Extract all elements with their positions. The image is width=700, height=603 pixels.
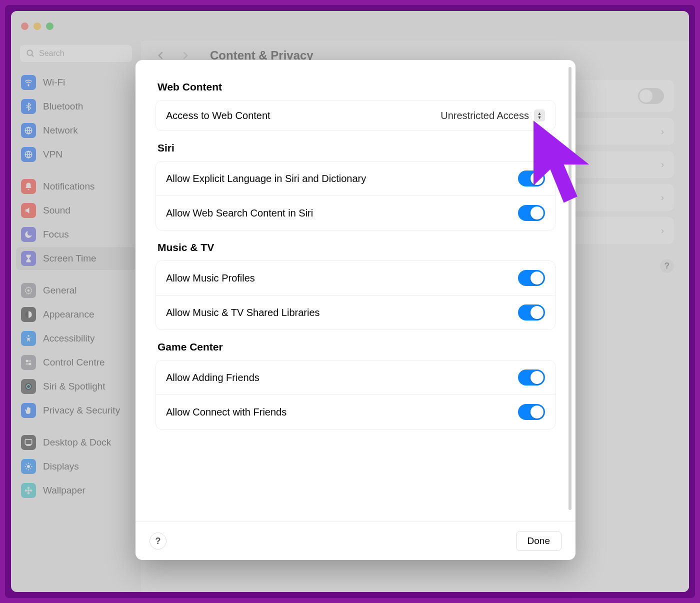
chevron-right-icon: › (661, 126, 664, 137)
chevron-right-icon: › (661, 159, 664, 170)
svg-line-22 (30, 468, 32, 470)
sidebar-item-label: Sound (43, 205, 70, 216)
done-button[interactable]: Done (516, 531, 562, 551)
appearance-icon (21, 307, 36, 322)
settings-row: Allow Web Search Content in Siri (156, 196, 555, 230)
chevron-right-icon: › (661, 192, 664, 203)
speaker-icon (21, 203, 36, 218)
sidebar-item-label: Siri & Spotlight (43, 381, 106, 392)
svg-point-28 (25, 490, 28, 492)
chevron-right-icon: › (661, 225, 664, 236)
sidebar-item-label: Displays (43, 461, 79, 472)
sidebar-item-siri-spotlight[interactable]: Siri & Spotlight (16, 375, 136, 398)
switches-icon (21, 355, 36, 370)
sidebar-item-general[interactable]: General (16, 279, 136, 302)
sidebar: Search Wi-FiBluetoothNetworkVPNNotificat… (11, 41, 141, 592)
svg-line-23 (30, 464, 32, 465)
sidebar-item-privacy-security[interactable]: Privacy & Security (16, 399, 136, 422)
toggle-switch[interactable] (518, 205, 545, 221)
bluetooth-icon (21, 99, 36, 114)
svg-point-26 (28, 487, 30, 490)
svg-line-21 (26, 464, 27, 465)
sidebar-item-label: Privacy & Security (43, 405, 120, 416)
accessibility-icon (21, 331, 36, 346)
sidebar-item-wi-fi[interactable]: Wi-Fi (16, 71, 136, 94)
svg-point-27 (28, 492, 30, 494)
sidebar-item-label: Screen Time (43, 253, 96, 264)
sidebar-item-label: Wi-Fi (43, 77, 65, 88)
svg-point-11 (30, 364, 31, 365)
section-title: Game Center (158, 341, 556, 353)
sidebar-item-focus[interactable]: Focus (16, 223, 136, 246)
content-privacy-sheet: Web ContentAccess to Web ContentUnrestri… (136, 60, 576, 560)
sidebar-item-displays[interactable]: Displays (16, 455, 136, 478)
row-label: Allow Music Profiles (166, 272, 255, 284)
toggle-off-icon[interactable] (638, 88, 664, 104)
toggle-switch[interactable] (518, 370, 545, 386)
sidebar-item-label: Network (43, 125, 78, 136)
row-label: Allow Music & TV Shared Libraries (166, 307, 320, 318)
sidebar-item-screen-time[interactable]: Screen Time (16, 247, 136, 270)
globe-icon (21, 123, 36, 138)
flower-icon (21, 483, 36, 498)
row-label: Allow Adding Friends (166, 372, 260, 384)
search-input[interactable]: Search (20, 45, 132, 62)
section-title: Siri (158, 142, 556, 154)
svg-point-10 (26, 360, 28, 362)
help-button[interactable]: ? (660, 259, 674, 273)
sidebar-item-notifications[interactable]: Notifications (16, 175, 136, 198)
dock-icon (21, 435, 36, 450)
settings-row: Allow Music Profiles (156, 261, 555, 295)
hourglass-icon (21, 251, 36, 266)
sidebar-item-network[interactable]: Network (16, 119, 136, 142)
row-label: Allow Web Search Content in Siri (166, 208, 313, 219)
row-label: Allow Connect with Friends (166, 406, 286, 418)
svg-point-16 (27, 465, 30, 468)
svg-point-25 (28, 490, 30, 492)
toggle-switch[interactable] (518, 304, 545, 320)
titlebar (11, 11, 689, 41)
select-value: Unrestricted Access (440, 110, 529, 122)
moon-icon (21, 227, 36, 242)
sun-icon (21, 459, 36, 474)
sheet-help-button[interactable]: ? (150, 532, 166, 550)
web-content-access-select[interactable]: Unrestricted Access▲▼ (440, 110, 545, 122)
sidebar-item-sound[interactable]: Sound (16, 199, 136, 222)
sidebar-item-vpn[interactable]: VPN (16, 143, 136, 166)
svg-point-0 (27, 50, 32, 56)
siri-icon (21, 379, 36, 394)
toggle-switch[interactable] (518, 404, 545, 420)
wifi-icon (21, 75, 36, 90)
svg-point-12 (25, 383, 32, 390)
settings-row: Allow Connect with Friends (156, 394, 555, 429)
sidebar-item-label: Wallpaper (43, 485, 86, 496)
svg-rect-15 (26, 445, 31, 446)
sidebar-item-bluetooth[interactable]: Bluetooth (16, 95, 136, 118)
sidebar-item-desktop-dock[interactable]: Desktop & Dock (16, 431, 136, 454)
search-icon (26, 49, 35, 58)
close-button[interactable] (21, 22, 28, 30)
sidebar-item-label: Notifications (43, 181, 95, 192)
settings-row: Allow Adding Friends (156, 360, 555, 394)
maximize-button[interactable] (46, 22, 54, 30)
svg-point-29 (30, 490, 32, 492)
toggle-switch[interactable] (518, 170, 545, 186)
gear-icon (21, 283, 36, 298)
globe-icon (21, 147, 36, 162)
sidebar-item-label: Accessibility (43, 333, 94, 344)
sidebar-item-label: Desktop & Dock (43, 437, 111, 448)
toggle-switch[interactable] (518, 270, 545, 286)
sidebar-item-label: VPN (43, 149, 62, 160)
settings-row: Allow Explicit Language in Siri and Dict… (156, 162, 555, 196)
svg-point-2 (28, 85, 29, 86)
row-label: Allow Explicit Language in Siri and Dict… (166, 173, 366, 184)
sidebar-item-appearance[interactable]: Appearance (16, 303, 136, 326)
scrollbar[interactable] (568, 67, 572, 510)
settings-row: Allow Music & TV Shared Libraries (156, 295, 555, 330)
minimize-button[interactable] (34, 22, 41, 30)
section-title: Music & TV (158, 242, 556, 254)
sidebar-item-wallpaper[interactable]: Wallpaper (16, 479, 136, 502)
sidebar-item-control-centre[interactable]: Control Centre (16, 351, 136, 374)
sidebar-item-label: Control Centre (43, 357, 105, 368)
sidebar-item-accessibility[interactable]: Accessibility (16, 327, 136, 350)
